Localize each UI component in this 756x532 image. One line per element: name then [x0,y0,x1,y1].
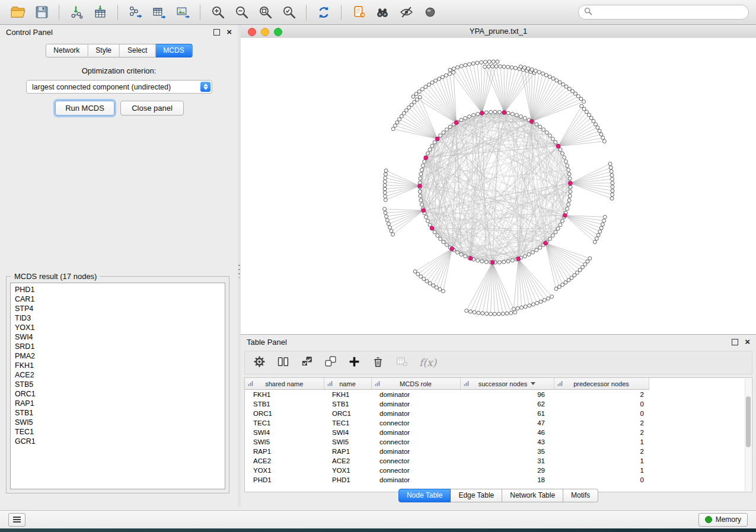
table-cell[interactable]: RAP1 [245,447,324,456]
column-menu-icon[interactable] [248,380,254,388]
tab-mcds[interactable]: MCDS [155,44,192,57]
mcds-result-list[interactable]: PHD1CAR1STP4TID3YOX1SWI4SRD1PMA2FKH1ACE2… [10,283,225,489]
run-mcds-button[interactable]: Run MCDS [55,101,114,116]
zoom-fit-icon[interactable] [254,3,276,22]
close-panel-icon[interactable]: × [227,27,232,36]
table-cell[interactable]: 0 [554,399,649,409]
table-cell[interactable]: TEC1 [245,418,324,428]
float-panel-icon[interactable] [213,29,220,36]
table-cell[interactable]: dominator [371,390,460,400]
table-settings-gear-icon[interactable] [253,355,266,370]
mcds-result-item[interactable]: STP4 [11,304,225,313]
mcds-result-item[interactable]: STB1 [11,408,225,418]
table-cell[interactable]: dominator [371,399,460,409]
table-cell[interactable]: FKH1 [324,390,371,400]
network-window-titlebar[interactable]: YPA_prune.txt_1 [241,25,756,39]
mcds-result-item[interactable]: YOX1 [11,323,225,332]
mcds-result-item[interactable]: SWI4 [11,332,225,342]
find-icon[interactable] [372,3,393,22]
network-view[interactable] [241,38,756,334]
delete-column-icon[interactable] [372,355,384,370]
mcds-result-item[interactable]: SRD1 [11,342,225,351]
column-menu-icon[interactable] [464,380,470,388]
search-input[interactable] [596,8,743,17]
table-cell[interactable]: PHD1 [245,475,324,485]
table-cell[interactable]: ORC1 [324,409,371,418]
column-menu-icon[interactable] [327,380,333,388]
table-scrollbar-thumb[interactable] [746,396,751,447]
table-cell[interactable]: connector [371,456,460,466]
table-cell[interactable]: dominator [371,475,460,485]
column-menu-icon[interactable] [557,380,563,388]
network-canvas[interactable] [241,38,756,334]
table-cell[interactable]: STB1 [245,399,324,409]
table-cell[interactable]: PHD1 [324,475,371,485]
table-cell[interactable]: YOX1 [324,466,371,475]
table-cell[interactable]: 43 [460,437,554,447]
sort-descending-icon[interactable] [531,382,535,385]
table-row[interactable]: ORC1ORC1dominator610 [245,409,649,418]
table-cell[interactable]: 62 [460,399,554,409]
table-cell[interactable]: 31 [460,456,554,466]
float-table-panel-icon[interactable] [732,339,738,345]
tab-select[interactable]: Select [120,44,155,57]
table-cell[interactable]: ACE2 [245,456,324,466]
export-image-icon[interactable] [172,3,193,22]
mcds-result-item[interactable]: CAR1 [11,294,225,304]
import-table-icon[interactable] [90,3,111,22]
table-cell[interactable]: 2 [554,390,649,400]
table-cell[interactable]: connector [371,437,460,447]
tab-network[interactable]: Network [45,44,88,57]
close-table-panel-icon[interactable]: × [745,337,750,346]
table-row[interactable]: RAP1RAP1dominator352 [245,447,649,456]
close-panel-button[interactable]: Close panel [120,101,184,116]
zoom-selected-icon[interactable] [278,3,299,22]
table-cell[interactable]: FKH1 [245,390,324,400]
table-cell[interactable]: 0 [554,409,649,418]
mcds-result-item[interactable]: TID3 [11,313,225,323]
table-row[interactable]: FKH1FKH1dominator962 [245,390,649,400]
table-cell[interactable]: 47 [460,418,554,428]
table-cell[interactable]: TEC1 [324,418,371,428]
table-cell[interactable]: 61 [460,409,554,418]
search-box[interactable] [578,5,749,20]
column-header-shared-name[interactable]: shared name [245,378,324,390]
mcds-result-item[interactable]: FKH1 [11,361,225,370]
table-cell[interactable]: 1 [554,466,649,475]
table-cell[interactable]: 1 [554,456,649,466]
table-cell[interactable]: 2 [554,418,649,428]
open-session-icon[interactable] [7,3,28,22]
import-network-icon[interactable] [66,3,87,22]
tab-network-table[interactable]: Network Table [502,489,563,502]
refresh-layout-icon[interactable] [313,3,334,22]
column-header-successor-nodes[interactable]: successor nodes [460,378,554,390]
mcds-result-item[interactable]: ORC1 [11,389,225,399]
table-cell[interactable]: 46 [460,428,554,437]
export-table-icon[interactable] [148,3,170,22]
export-document-icon[interactable] [348,3,369,22]
table-cell[interactable]: YOX1 [245,466,324,475]
tab-motifs[interactable]: Motifs [563,489,598,502]
tab-edge-table[interactable]: Edge Table [451,489,502,502]
column-header-name[interactable]: name [324,378,371,390]
mcds-result-item[interactable]: GCR1 [11,437,225,446]
table-cell[interactable]: ACE2 [324,456,371,466]
mcds-result-item[interactable]: PMA2 [11,351,225,361]
mcds-result-item[interactable]: STB5 [11,380,225,389]
show-panels-button[interactable] [8,513,25,527]
table-cell[interactable]: 2 [554,447,649,456]
column-header-predecessor-nodes[interactable]: predecessor nodes [554,378,649,390]
table-cell[interactable]: 0 [554,475,649,485]
table-cell[interactable]: 2 [554,428,649,437]
tab-style[interactable]: Style [88,44,120,57]
table-cell[interactable]: connector [371,466,460,475]
mcds-result-item[interactable]: SWI5 [11,418,225,427]
table-row[interactable]: STB1STB1dominator620 [245,399,649,409]
table-row[interactable]: SWI5SWI5connector431 [245,437,649,447]
select-all-rows-icon[interactable] [301,355,313,370]
column-menu-icon[interactable] [375,380,381,388]
export-network-icon[interactable] [125,3,146,22]
tab-node-table[interactable]: Node Table [398,489,451,502]
table-row[interactable]: ACE2ACE2connector311 [245,456,649,466]
table-cell[interactable]: ORC1 [245,409,324,418]
